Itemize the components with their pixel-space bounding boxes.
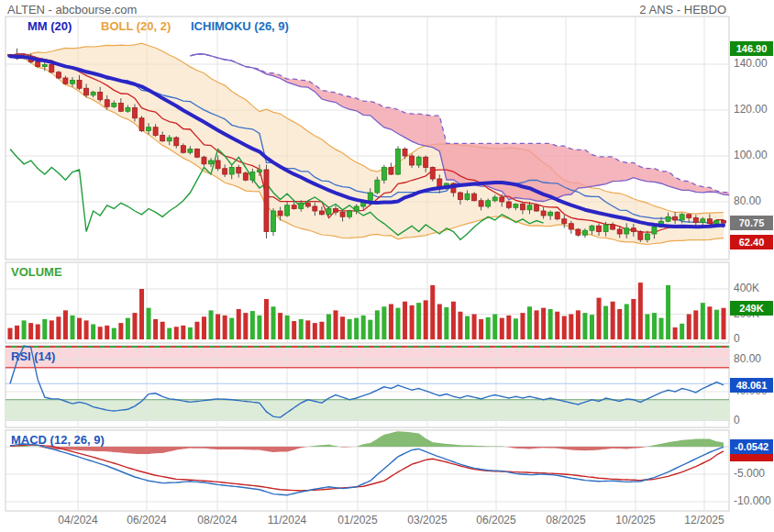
x-axis-label: 03/2025 bbox=[407, 514, 447, 526]
x-axis-label: 06/2024 bbox=[127, 514, 166, 526]
macd-axis-label: -10.000 bbox=[734, 494, 771, 507]
chart-canvas bbox=[0, 0, 774, 532]
x-axis-label: 08/2025 bbox=[546, 514, 585, 526]
macd-badge: -0.0542 bbox=[730, 439, 773, 454]
x-axis-label: 06/2025 bbox=[476, 514, 515, 526]
x-axis-label: 08/2024 bbox=[197, 514, 237, 526]
price-axis-label: 80.00 bbox=[734, 194, 761, 207]
volume-badge: 249K bbox=[730, 301, 773, 316]
price-low-badge: 62.40 bbox=[730, 235, 773, 249]
volume-panel-label: VOLUME bbox=[11, 265, 62, 279]
legend-bollinger: BOLL (20, 2) bbox=[101, 19, 171, 33]
rsi-axis-label: 80.00 bbox=[734, 352, 761, 365]
macd-panel-label: MACD (12, 26, 9) bbox=[11, 433, 105, 447]
price-axis-label: 140.00 bbox=[734, 57, 768, 70]
x-axis-label: 11/2024 bbox=[268, 514, 307, 526]
legend-mm20: MM (20) bbox=[28, 19, 72, 33]
macd-axis-label: -5.000 bbox=[734, 467, 765, 480]
legend-ichimoku: ICHIMOKU (26, 9) bbox=[191, 19, 289, 33]
last-price-badge: 70.75 bbox=[730, 216, 773, 230]
x-axis-label: 04/2024 bbox=[58, 514, 97, 526]
x-axis-label: 01/2025 bbox=[337, 514, 377, 526]
x-axis-label: 10/2025 bbox=[615, 514, 655, 526]
rsi-badge: 48.061 bbox=[730, 378, 773, 393]
rsi-axis-label: 0 bbox=[734, 414, 740, 427]
price-high-badge: 146.90 bbox=[730, 41, 773, 56]
volume-axis-label: 0 bbox=[734, 332, 740, 345]
x-axis-label: 12/2025 bbox=[684, 514, 724, 526]
price-axis-label: 120.00 bbox=[734, 103, 768, 116]
rsi-panel-label: RSI (14) bbox=[11, 349, 55, 363]
chart-page: ALTEN - abcbourse.com 2 ANS - HEBDO MM (… bbox=[0, 0, 774, 532]
price-axis-label: 100.00 bbox=[734, 149, 768, 161]
volume-axis-label: 400K bbox=[734, 282, 759, 294]
